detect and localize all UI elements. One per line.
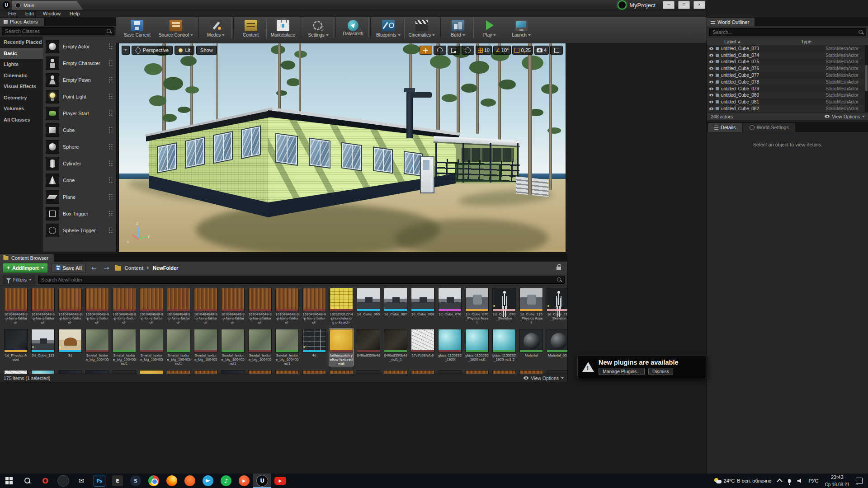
- spotify-icon[interactable]: ♪: [217, 474, 235, 488]
- maximize-viewport-button[interactable]: [550, 46, 563, 55]
- outliner-view-options-button[interactable]: View Options: [825, 114, 865, 119]
- camera-speed-button[interactable]: 4: [534, 46, 549, 55]
- asset-tile[interactable]: * 1d_Cube_070: [438, 287, 462, 325]
- outliner-row[interactable]: untitled_Cube_081 StaticMeshActor: [707, 99, 865, 105]
- forward-button[interactable]: →: [102, 264, 111, 272]
- drag-handle-icon[interactable]: [108, 60, 113, 66]
- camera-speed-value[interactable]: 4: [544, 47, 547, 53]
- asset-tile[interactable]: *: [438, 370, 462, 374]
- settings-button[interactable]: Settings: [301, 17, 334, 38]
- drag-handle-icon[interactable]: [108, 193, 113, 200]
- place-actor-item[interactable]: Cone: [44, 172, 115, 188]
- asset-tile[interactable]: *: [4, 370, 28, 374]
- breadcrumb-current[interactable]: NewFolder: [153, 265, 178, 271]
- show-desktop-button[interactable]: [866, 474, 868, 488]
- clock[interactable]: 23:43 Ср 18.08.21: [822, 474, 853, 488]
- asset-tile[interactable]: * 1610484648-9-p-fon-s-fakturoi-: [221, 287, 245, 325]
- asset-tile[interactable]: *: [112, 370, 137, 374]
- cinematics-button[interactable]: Cinematics: [405, 17, 439, 38]
- outliner-row[interactable]: untitled_Cube_073 StaticMeshActor: [707, 45, 865, 52]
- language-indicator[interactable]: РУС: [805, 474, 821, 488]
- asset-tile[interactable]: *: [329, 370, 354, 374]
- place-actor-item[interactable]: Cube: [44, 122, 115, 138]
- asset-tile[interactable]: * 3metal_texture_big_100405 ncl1: [275, 328, 299, 366]
- lock-icon[interactable]: [557, 267, 561, 270]
- visibility-eye-icon[interactable]: [709, 74, 713, 77]
- drag-handle-icon[interactable]: [108, 210, 113, 217]
- label-column-header[interactable]: Label: [724, 39, 736, 44]
- outliner-row[interactable]: untitled_Cube_080 StaticMeshActor: [707, 92, 865, 99]
- asset-tile[interactable]: * 17c7b98fefb9: [410, 328, 435, 366]
- outliner-row[interactable]: untitled_Cube_079 StaticMeshActor: [707, 85, 865, 92]
- asset-tile[interactable]: * Material: [519, 328, 543, 366]
- asset-tile[interactable]: *: [356, 370, 381, 374]
- scale-tool-button[interactable]: [448, 46, 460, 55]
- place-actors-category[interactable]: Recently Placed: [0, 37, 43, 48]
- drag-handle-icon[interactable]: [108, 177, 113, 183]
- menu-item[interactable]: File: [4, 10, 21, 17]
- outliner-row[interactable]: untitled_Cube_075 StaticMeshActor: [707, 59, 865, 66]
- outliner-search-input[interactable]: [709, 28, 866, 36]
- grid-snap-button[interactable]: 10: [476, 46, 492, 55]
- menu-item[interactable]: Window: [38, 10, 65, 17]
- move-tool-button[interactable]: [420, 46, 432, 55]
- asset-tile[interactable]: *: [248, 370, 272, 374]
- dismiss-button[interactable]: Dismiss: [648, 368, 673, 375]
- asset-tile[interactable]: * 3metal_texture_big_100405: [139, 328, 164, 366]
- place-actor-item[interactable]: Plane: [44, 188, 115, 205]
- visibility-eye-icon[interactable]: [709, 81, 713, 84]
- visibility-eye-icon[interactable]: [709, 87, 713, 90]
- type-column-header[interactable]: Type: [801, 39, 811, 44]
- search-taskbar-button[interactable]: [18, 474, 36, 488]
- asset-tile[interactable]: * 3metal_texture_big_100405: [85, 328, 109, 366]
- scale-snap-value[interactable]: 0,25: [521, 47, 530, 53]
- place-actors-category[interactable]: All Classes: [0, 114, 43, 126]
- mail-icon[interactable]: ✉: [72, 474, 90, 488]
- outliner-column-headers[interactable]: Label Type: [707, 38, 868, 46]
- asset-tile[interactable]: * 64f6e8550b4d: [356, 328, 381, 366]
- asset-tile[interactable]: * 1610484648-9-p-fon-s-fakturoi-: [85, 287, 109, 325]
- drag-handle-icon[interactable]: [108, 43, 113, 50]
- menu-item[interactable]: Edit: [21, 10, 38, 17]
- place-actor-item[interactable]: Sphere Trigger: [44, 222, 115, 239]
- asset-tile[interactable]: *: [302, 370, 326, 374]
- asset-tile[interactable]: * 1610484648-9-p-fon-s-fakturoi-: [248, 287, 272, 325]
- perspective-button[interactable]: Perspective: [132, 46, 173, 55]
- asset-tile[interactable]: * 1610484648-9-p-fon-s-fakturoi-: [4, 287, 28, 325]
- asset-tile[interactable]: * glass-1155232_1920: [438, 328, 462, 366]
- brave-icon[interactable]: [181, 474, 199, 488]
- outliner-row[interactable]: untitled_Cube_077 StaticMeshActor: [707, 72, 865, 79]
- drag-handle-icon[interactable]: [108, 93, 113, 100]
- asset-tile[interactable]: *: [166, 370, 191, 374]
- save-current-button[interactable]: Save Current: [120, 17, 155, 38]
- outliner-row[interactable]: untitled_Cube_074 StaticMeshActor: [707, 52, 865, 59]
- grid-snap-value[interactable]: 10: [484, 47, 490, 53]
- visibility-eye-icon[interactable]: [709, 101, 713, 103]
- asset-tile[interactable]: * 3metal_texture_big_100405: [193, 328, 218, 366]
- asset-tile[interactable]: * 1d_Physics Asset: [4, 328, 28, 366]
- place-actors-category[interactable]: Volumes: [0, 103, 43, 114]
- drag-handle-icon[interactable]: [108, 160, 113, 167]
- datasmith-button[interactable]: Datasmith: [335, 17, 369, 37]
- asset-tile[interactable]: *: [492, 370, 516, 374]
- back-button[interactable]: ←: [90, 264, 99, 272]
- viewport-options-button[interactable]: [122, 46, 130, 55]
- place-actors-search-input[interactable]: [2, 27, 114, 35]
- asset-tile[interactable]: * 1d_Cube_070_Skeleton: [492, 287, 516, 325]
- microphone-tray-icon[interactable]: [785, 474, 794, 488]
- maximize-button[interactable]: □: [678, 1, 690, 9]
- asset-tile[interactable]: * 1610484648-9-p-fon-s-fakturoi-: [139, 287, 164, 325]
- action-center-button[interactable]: [853, 474, 866, 488]
- asset-tile[interactable]: * 3metal_texture_big_100405: [248, 328, 272, 366]
- asset-tile[interactable]: * 1d_Cube_068: [410, 287, 435, 325]
- drag-handle-icon[interactable]: [108, 143, 113, 150]
- drag-handle-icon[interactable]: [108, 76, 113, 83]
- place-actor-item[interactable]: Empty Pawn: [44, 71, 115, 88]
- source-control-button[interactable]: Source Control: [155, 17, 197, 38]
- manage-plugins-button[interactable]: Manage Plugins...: [599, 368, 645, 375]
- asset-tile[interactable]: * 1610484648-9-p-fon-s-fakturoi-: [275, 287, 299, 325]
- yandex-music-icon[interactable]: ▶: [235, 474, 253, 488]
- asset-tile[interactable]: * 2d_Cube_113: [31, 328, 55, 366]
- opera-icon[interactable]: O: [36, 474, 54, 488]
- visibility-eye-icon[interactable]: [709, 94, 713, 97]
